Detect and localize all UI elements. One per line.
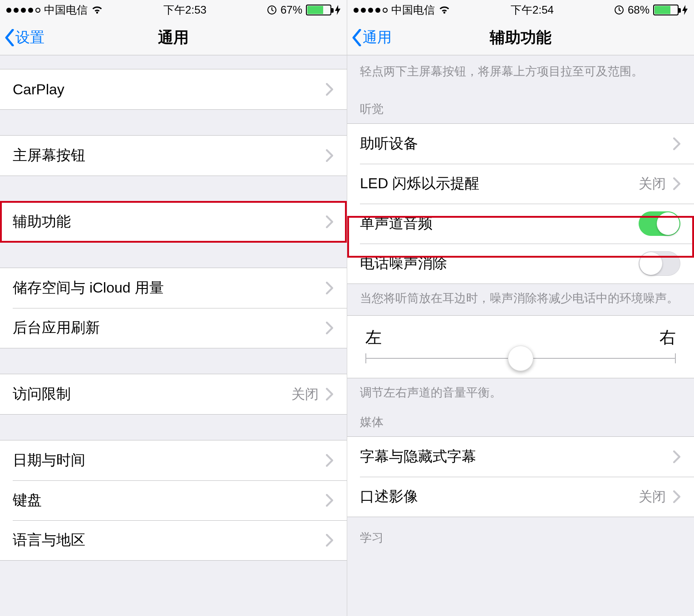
row-label: LED 闪烁以示提醒 [360, 174, 639, 194]
chevron-right-icon [326, 534, 333, 547]
row-noise-cancel[interactable]: 电话噪声消除 [347, 244, 694, 284]
row-language-region[interactable]: 语言与地区 [0, 520, 347, 560]
nav-bar: 设置 通用 [0, 20, 347, 55]
row-date-time[interactable]: 日期与时间 [0, 440, 347, 480]
back-label: 通用 [363, 28, 392, 48]
row-label: 单声道音频 [360, 214, 639, 234]
row-carplay[interactable]: CarPlay [0, 69, 347, 109]
reachability-note: 轻点两下主屏幕按钮，将屏幕上方项目拉至可及范围。 [347, 55, 694, 88]
nav-bar: 通用 辅助功能 [347, 20, 694, 55]
chevron-right-icon [673, 450, 680, 463]
signal-dots-icon [354, 8, 388, 13]
status-time: 下午2:53 [163, 3, 207, 17]
balance-slider-container: 左 右 [347, 316, 694, 378]
chevron-right-icon [326, 388, 333, 401]
row-hearing-devices[interactable]: 助听设备 [347, 124, 694, 164]
row-label: 语言与地区 [13, 530, 326, 550]
row-label: 助听设备 [360, 134, 673, 154]
nav-title: 辅助功能 [347, 27, 694, 48]
row-storage-icloud[interactable]: 储存空间与 iCloud 用量 [0, 268, 347, 308]
row-label: 访问限制 [13, 384, 291, 404]
carrier-label: 中国电信 [391, 3, 435, 17]
row-label: 口述影像 [360, 487, 639, 507]
row-label: CarPlay [13, 81, 326, 98]
phone-accessibility: 中国电信 下午2:54 68% 通用 辅助 [347, 0, 694, 616]
phone-general: 中国电信 下午2:53 67% 设置 通用 [0, 0, 347, 616]
wifi-icon [438, 5, 450, 15]
back-button[interactable]: 设置 [0, 28, 44, 48]
chevron-right-icon [673, 177, 680, 190]
row-audio-description[interactable]: 口述影像 关闭 [347, 477, 694, 517]
mono-audio-toggle[interactable] [639, 211, 680, 236]
chevron-right-icon [673, 137, 680, 150]
row-bg-refresh[interactable]: 后台应用刷新 [0, 308, 347, 348]
row-label: 字幕与隐藏式字幕 [360, 447, 673, 467]
row-label: 后台应用刷新 [13, 318, 326, 338]
back-label: 设置 [15, 28, 44, 48]
battery-icon [306, 5, 331, 15]
row-restrictions[interactable]: 访问限制 关闭 [0, 374, 347, 414]
section-learning: 学习 [347, 517, 694, 552]
slider-knob[interactable] [508, 346, 533, 371]
noise-cancel-toggle[interactable] [639, 251, 680, 276]
row-label: 辅助功能 [13, 212, 326, 232]
row-label: 键盘 [13, 490, 326, 510]
status-bar: 中国电信 下午2:53 67% [0, 0, 347, 20]
row-value: 关闭 [639, 175, 666, 193]
row-value: 关闭 [639, 488, 666, 506]
status-time: 下午2:54 [511, 3, 554, 17]
slider-left-label: 左 [365, 327, 382, 349]
charging-bolt-icon [682, 5, 688, 15]
battery-pct: 67% [281, 4, 302, 16]
chevron-right-icon [326, 454, 333, 467]
chevron-right-icon [326, 282, 333, 294]
row-keyboard[interactable]: 键盘 [0, 480, 347, 520]
row-label: 储存空间与 iCloud 用量 [13, 278, 326, 298]
signal-dots-icon [6, 8, 40, 13]
chevron-right-icon [673, 490, 680, 503]
balance-note: 调节左右声道的音量平衡。 [347, 378, 694, 410]
row-value: 关闭 [291, 385, 319, 404]
chevron-right-icon [326, 215, 333, 228]
row-accessibility[interactable]: 辅助功能 [0, 202, 347, 242]
nav-title: 通用 [0, 27, 347, 48]
battery-icon [653, 5, 679, 15]
rotation-lock-icon [267, 5, 277, 15]
section-media: 媒体 [347, 410, 694, 436]
chevron-right-icon [326, 494, 333, 507]
section-hearing: 听觉 [347, 88, 694, 123]
chevron-right-icon [326, 83, 333, 96]
wifi-icon [91, 5, 103, 15]
row-subtitles[interactable]: 字幕与隐藏式字幕 [347, 437, 694, 477]
balance-slider[interactable] [365, 358, 676, 359]
noise-cancel-note: 当您将听筒放在耳边时，噪声消除将减少电话中的环境噪声。 [347, 284, 694, 315]
chevron-right-icon [326, 149, 333, 162]
rotation-lock-icon [614, 5, 624, 15]
row-home-button[interactable]: 主屏幕按钮 [0, 136, 347, 176]
status-bar: 中国电信 下午2:54 68% [347, 0, 694, 20]
slider-right-label: 右 [660, 327, 676, 349]
row-label: 主屏幕按钮 [13, 146, 326, 166]
row-label: 电话噪声消除 [360, 254, 639, 274]
charging-bolt-icon [335, 5, 340, 15]
back-button[interactable]: 通用 [347, 28, 392, 48]
battery-pct: 68% [628, 4, 650, 16]
row-mono-audio[interactable]: 单声道音频 [347, 204, 694, 244]
row-label: 日期与时间 [13, 450, 326, 470]
row-led-flash[interactable]: LED 闪烁以示提醒 关闭 [347, 164, 694, 204]
carrier-label: 中国电信 [44, 3, 88, 17]
chevron-right-icon [326, 322, 333, 334]
